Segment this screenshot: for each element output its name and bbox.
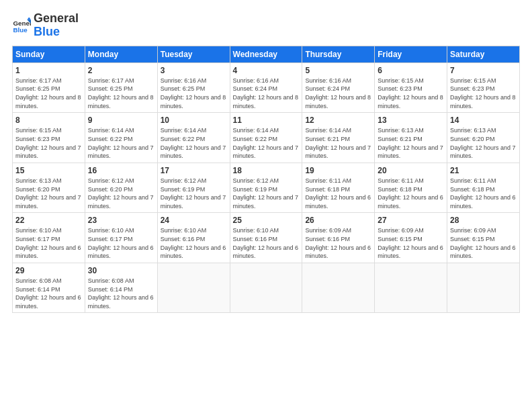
header-day: Saturday [447,46,520,62]
day-detail: Sunrise: 6:11 AMSunset: 6:18 PMDaylight:… [378,177,444,210]
day-detail: Sunrise: 6:14 AMSunset: 6:21 PMDaylight:… [305,126,371,160]
day-detail: Sunrise: 6:15 AMSunset: 6:23 PMDaylight:… [15,126,82,160]
day-number: 3 [161,65,227,76]
calendar-week-row: 22Sunrise: 6:10 AMSunset: 6:17 PMDayligh… [13,213,520,263]
calendar-week-row: 8Sunrise: 6:15 AMSunset: 6:23 PMDaylight… [13,113,520,163]
day-detail: Sunrise: 6:10 AMSunset: 6:17 PMDaylight:… [88,226,154,260]
day-detail: Sunrise: 6:15 AMSunset: 6:23 PMDaylight:… [450,77,517,110]
page: General Blue General Blue SundayMondayTu… [0,0,532,320]
day-number: 6 [378,65,444,76]
calendar-cell: 21Sunrise: 6:11 AMSunset: 6:18 PMDayligh… [447,163,520,213]
calendar-cell: 3Sunrise: 6:16 AMSunset: 6:25 PMDaylight… [157,62,230,113]
calendar-cell: 22Sunrise: 6:10 AMSunset: 6:17 PMDayligh… [13,213,85,263]
calendar-cell [230,263,302,313]
day-number: 29 [15,265,82,276]
calendar-week-row: 29Sunrise: 6:08 AMSunset: 6:14 PMDayligh… [13,263,520,313]
day-number: 12 [305,115,371,126]
day-number: 11 [233,115,300,126]
calendar-cell: 11Sunrise: 6:14 AMSunset: 6:22 PMDayligh… [230,113,302,163]
logo-icon: General Blue [12,16,31,35]
day-detail: Sunrise: 6:14 AMSunset: 6:22 PMDaylight:… [233,126,300,160]
calendar-cell: 30Sunrise: 6:08 AMSunset: 6:14 PMDayligh… [85,263,157,313]
day-number: 21 [450,165,517,176]
day-number: 22 [15,215,82,226]
day-detail: Sunrise: 6:10 AMSunset: 6:17 PMDaylight:… [15,226,82,260]
day-detail: Sunrise: 6:16 AMSunset: 6:24 PMDaylight:… [305,77,371,110]
calendar-cell: 17Sunrise: 6:12 AMSunset: 6:19 PMDayligh… [157,163,230,213]
day-number: 25 [233,215,300,226]
calendar-cell: 19Sunrise: 6:11 AMSunset: 6:18 PMDayligh… [302,163,375,213]
day-detail: Sunrise: 6:14 AMSunset: 6:22 PMDaylight:… [88,126,154,160]
calendar-cell: 29Sunrise: 6:08 AMSunset: 6:14 PMDayligh… [13,263,85,313]
day-detail: Sunrise: 6:16 AMSunset: 6:25 PMDaylight:… [161,77,227,110]
header-day: Wednesday [230,46,302,62]
header-day: Thursday [302,46,375,62]
header-day: Friday [375,46,447,62]
calendar-cell: 5Sunrise: 6:16 AMSunset: 6:24 PMDaylight… [302,62,375,113]
calendar-cell: 16Sunrise: 6:12 AMSunset: 6:20 PMDayligh… [85,163,157,213]
calendar-cell: 14Sunrise: 6:13 AMSunset: 6:20 PMDayligh… [447,113,520,163]
calendar-cell: 9Sunrise: 6:14 AMSunset: 6:22 PMDaylight… [85,113,157,163]
calendar-cell: 27Sunrise: 6:09 AMSunset: 6:15 PMDayligh… [375,213,447,263]
calendar-cell: 12Sunrise: 6:14 AMSunset: 6:21 PMDayligh… [302,113,375,163]
calendar-week-row: 15Sunrise: 6:13 AMSunset: 6:20 PMDayligh… [13,163,520,213]
day-detail: Sunrise: 6:12 AMSunset: 6:19 PMDaylight:… [233,177,300,210]
day-detail: Sunrise: 6:11 AMSunset: 6:18 PMDaylight:… [305,177,371,210]
day-detail: Sunrise: 6:14 AMSunset: 6:22 PMDaylight:… [161,126,227,160]
day-number: 30 [88,265,154,276]
day-detail: Sunrise: 6:17 AMSunset: 6:25 PMDaylight:… [88,77,154,110]
day-detail: Sunrise: 6:10 AMSunset: 6:16 PMDaylight:… [233,226,300,260]
calendar-cell: 4Sunrise: 6:16 AMSunset: 6:24 PMDaylight… [230,62,302,113]
calendar-cell: 25Sunrise: 6:10 AMSunset: 6:16 PMDayligh… [230,213,302,263]
day-detail: Sunrise: 6:08 AMSunset: 6:14 PMDaylight:… [88,277,154,310]
calendar-cell: 24Sunrise: 6:10 AMSunset: 6:16 PMDayligh… [157,213,230,263]
day-number: 28 [450,215,517,226]
calendar-cell: 15Sunrise: 6:13 AMSunset: 6:20 PMDayligh… [13,163,85,213]
day-number: 26 [305,215,371,226]
day-number: 8 [15,115,82,126]
day-number: 17 [161,165,227,176]
calendar-cell: 18Sunrise: 6:12 AMSunset: 6:19 PMDayligh… [230,163,302,213]
day-number: 15 [15,165,82,176]
calendar-cell [447,263,520,313]
day-detail: Sunrise: 6:17 AMSunset: 6:25 PMDaylight:… [15,77,82,110]
header-day: Tuesday [157,46,230,62]
day-number: 7 [450,65,517,76]
calendar-cell: 20Sunrise: 6:11 AMSunset: 6:18 PMDayligh… [375,163,447,213]
calendar-cell: 8Sunrise: 6:15 AMSunset: 6:23 PMDaylight… [13,113,85,163]
day-number: 2 [88,65,154,76]
day-detail: Sunrise: 6:10 AMSunset: 6:16 PMDaylight:… [161,226,227,260]
svg-marker-2 [27,17,31,19]
logo: General Blue General Blue [12,12,79,39]
header-row: SundayMondayTuesdayWednesdayThursdayFrid… [13,46,520,62]
header: General Blue General Blue [12,12,520,39]
day-number: 27 [378,215,444,226]
day-detail: Sunrise: 6:09 AMSunset: 6:15 PMDaylight:… [378,226,444,260]
header-day: Monday [85,46,157,62]
calendar-cell: 2Sunrise: 6:17 AMSunset: 6:25 PMDaylight… [85,62,157,113]
calendar-cell: 1Sunrise: 6:17 AMSunset: 6:25 PMDaylight… [13,62,85,113]
day-detail: Sunrise: 6:11 AMSunset: 6:18 PMDaylight:… [450,177,517,210]
calendar-table: SundayMondayTuesdayWednesdayThursdayFrid… [12,46,520,314]
calendar-cell: 13Sunrise: 6:13 AMSunset: 6:21 PMDayligh… [375,113,447,163]
header-day: Sunday [13,46,85,62]
svg-text:Blue: Blue [13,26,28,34]
day-number: 24 [161,215,227,226]
day-detail: Sunrise: 6:08 AMSunset: 6:14 PMDaylight:… [15,277,82,310]
logo-text: General Blue [34,12,79,39]
day-detail: Sunrise: 6:12 AMSunset: 6:20 PMDaylight:… [88,177,154,210]
day-detail: Sunrise: 6:15 AMSunset: 6:23 PMDaylight:… [378,77,444,110]
day-number: 14 [450,115,517,126]
calendar-cell: 6Sunrise: 6:15 AMSunset: 6:23 PMDaylight… [375,62,447,113]
day-number: 4 [233,65,300,76]
calendar-cell: 26Sunrise: 6:09 AMSunset: 6:16 PMDayligh… [302,213,375,263]
day-detail: Sunrise: 6:13 AMSunset: 6:21 PMDaylight:… [378,126,444,160]
calendar-cell [157,263,230,313]
day-detail: Sunrise: 6:16 AMSunset: 6:24 PMDaylight:… [233,77,300,110]
day-number: 5 [305,65,371,76]
day-number: 16 [88,165,154,176]
day-detail: Sunrise: 6:13 AMSunset: 6:20 PMDaylight:… [450,126,517,160]
day-number: 20 [378,165,444,176]
day-number: 19 [305,165,371,176]
day-number: 9 [88,115,154,126]
